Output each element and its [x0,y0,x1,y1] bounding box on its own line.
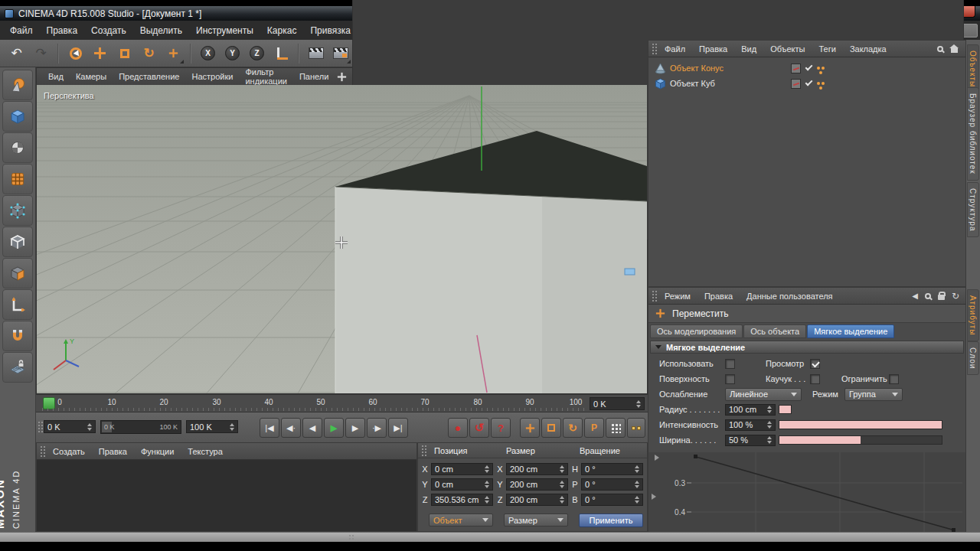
rubber-checkbox[interactable] [810,374,820,384]
material-menu-texture[interactable]: Текстура [181,445,228,458]
radius-field[interactable]: 100 cm [725,404,776,416]
spinner-arrows-icon[interactable] [482,465,489,473]
workplane-lock-button[interactable] [2,352,33,383]
material-list-area[interactable] [37,460,416,531]
undo-button[interactable]: ↶ [5,41,28,65]
use-checkbox[interactable] [725,359,735,369]
spinner-arrows-icon[interactable] [557,481,564,488]
tab-structure[interactable]: Структура [967,182,979,237]
object-row-cone[interactable]: Объект Конус [648,60,965,76]
spinner-arrows-icon[interactable] [632,465,639,473]
points-mode-button[interactable] [2,195,33,226]
search-icon[interactable] [925,293,931,299]
home-icon[interactable] [951,48,958,53]
material-menu-create[interactable]: Создать [47,445,91,458]
scale-tool-button[interactable] [113,41,136,65]
curve-scroll-arrow-icon[interactable] [652,494,656,500]
record-scale-toggle[interactable] [541,418,561,438]
menu-mesh[interactable]: Каркас [260,22,304,39]
range-end-spinner[interactable]: 100 K [186,420,238,433]
rotation-b-field[interactable]: 0 ° [581,494,643,506]
size-x-field[interactable]: 200 cm [506,463,568,475]
spinner-arrows-icon[interactable] [84,423,92,431]
size-mode-dropdown[interactable]: Размер [504,514,568,527]
record-keyframe-button[interactable]: ● [448,418,468,438]
play-button[interactable]: ▶ [324,418,344,438]
enable-axis-button[interactable] [2,289,33,320]
panel-grip[interactable] [421,445,426,457]
material-menu-edit[interactable]: Правка [93,445,133,458]
render-view-button[interactable] [304,41,328,65]
attr-menu-mode[interactable]: Режим [658,289,697,303]
viewport-menu-options[interactable]: Настройки [186,70,238,83]
spinner-arrows-icon[interactable] [632,481,639,488]
panel-grip[interactable] [38,421,43,433]
coordinates-tag-icon[interactable] [817,67,820,70]
width-field[interactable]: 50 % [725,435,776,446]
lock-y-button[interactable]: Y [220,41,244,65]
prev-key-button[interactable]: ◀· [281,418,301,438]
falloff-curve-editor[interactable]: 0.3 0.4 [648,452,965,533]
lock-icon[interactable] [938,295,945,300]
current-frame-spinner[interactable]: 0 K [590,397,645,410]
history-back-icon[interactable]: ◀ [912,292,918,300]
record-position-toggle[interactable] [520,418,540,438]
viewport-menu-display[interactable]: Представление [113,70,185,83]
tab-objects[interactable]: Объекты [967,44,979,93]
strength-slider[interactable] [779,420,942,429]
record-parameter-toggle[interactable]: P [584,418,604,438]
spinner-arrows-icon[interactable] [633,400,641,408]
next-key-button[interactable]: ·▶ [367,418,387,438]
spinner-arrows-icon[interactable] [227,423,234,431]
spinner-arrows-icon[interactable] [764,406,772,413]
surface-checkbox[interactable] [725,374,735,384]
spinner-arrows-icon[interactable] [482,496,489,504]
range-start-spinner[interactable]: 0 K [44,420,96,433]
viewport-menu-panel[interactable]: Панели [294,70,334,83]
timeline-options-button[interactable] [627,418,645,438]
tab-layers[interactable]: Слои [967,341,979,375]
radius-slider[interactable] [779,405,792,414]
spinner-arrows-icon[interactable] [482,481,489,488]
snap-magnet-button[interactable] [2,321,33,351]
tab-object-axis[interactable]: Ось объекта [743,324,806,338]
record-rotation-toggle[interactable]: ↻ [563,418,583,438]
texture-mode-button[interactable] [2,132,33,163]
prev-frame-button[interactable]: ◀ [302,418,322,438]
menu-file[interactable]: Файл [3,22,40,39]
goto-end-button[interactable]: ▶| [388,418,408,438]
lock-x-button[interactable]: X [196,41,220,65]
tab-soft-selection[interactable]: Мягкое выделение [807,324,894,338]
coordinates-tag-icon[interactable] [817,82,820,85]
lock-z-button[interactable]: Z [245,41,269,65]
apply-button[interactable]: Применить [579,514,643,527]
curve-scroll-arrow-icon[interactable] [655,455,659,461]
redo-button[interactable]: ↷ [29,41,53,65]
section-header[interactable]: Мягкое выделение [650,341,964,354]
curve-point[interactable] [694,455,697,458]
live-selection-button[interactable] [64,41,87,65]
position-z-field[interactable]: 350.536 cm [431,494,493,506]
visibility-toggle[interactable] [791,64,801,73]
rotation-p-field[interactable]: 0 ° [581,478,643,491]
size-y-field[interactable]: 200 cm [506,478,568,491]
coordinate-mode-dropdown[interactable]: Объект [429,514,493,527]
spinner-arrows-icon[interactable] [764,421,772,429]
panel-grip[interactable] [40,445,45,458]
enabled-check-icon[interactable] [805,79,813,86]
last-tool-button[interactable] [162,41,185,65]
falloff-curve[interactable] [696,457,955,530]
panel-grip[interactable] [652,43,657,55]
timeline-ruler[interactable]: 0 10 20 30 40 50 60 70 80 90 100 0 K [36,394,648,412]
rotation-h-field[interactable]: 0 ° [581,463,643,475]
rotate-tool-button[interactable]: ↻ [137,41,161,65]
spinner-arrows-icon[interactable] [632,496,639,504]
om-menu-objects[interactable]: Объекты [764,42,811,56]
object-row-cube[interactable]: Объект Куб [648,76,965,91]
coordinate-system-button[interactable] [270,41,293,65]
enabled-check-icon[interactable] [805,64,813,71]
limit-checkbox[interactable] [889,374,899,384]
menu-edit[interactable]: Правка [40,22,85,39]
om-menu-bookmark[interactable]: Закладка [844,42,893,56]
om-menu-file[interactable]: Файл [658,42,691,56]
